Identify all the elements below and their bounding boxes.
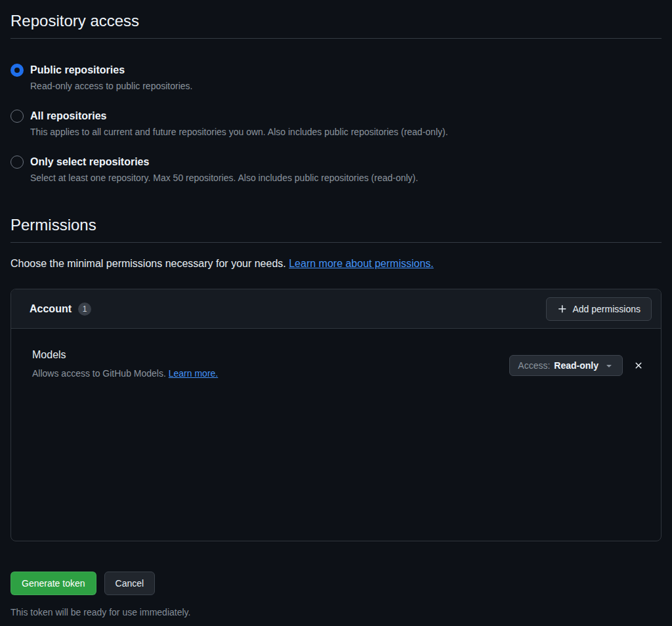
access-label: Access:: [518, 360, 550, 371]
access-level-dropdown[interactable]: Access: Read-only: [509, 355, 623, 376]
radio-description-all-repositories: This applies to all current and future r…: [30, 125, 448, 138]
radio-label-public-repositories[interactable]: Public repositories: [30, 62, 192, 78]
permission-name: Models: [32, 347, 218, 363]
permissions-count-badge: 1: [78, 303, 91, 316]
radio-option-text: Only select repositories Select at least…: [30, 154, 418, 184]
radio-label-only-select-repositories[interactable]: Only select repositories: [30, 154, 418, 170]
account-panel-title: Account: [30, 303, 72, 315]
radio-label-all-repositories[interactable]: All repositories: [30, 108, 448, 124]
permissions-intro: Choose the minimal permissions necessary…: [10, 256, 662, 272]
radio-option-text: All repositories This applies to all cur…: [30, 108, 448, 138]
generate-token-button[interactable]: Generate token: [10, 572, 96, 595]
access-value: Read-only: [554, 360, 598, 371]
radio-option-all-repositories[interactable]: All repositories This applies to all cur…: [10, 108, 662, 138]
add-permissions-label: Add permissions: [573, 304, 641, 314]
triangle-down-icon: [604, 360, 614, 371]
radio-button-all-repositories[interactable]: [10, 110, 24, 123]
fine-grained-token-form: Repository access Public repositories Re…: [0, 10, 672, 619]
permissions-intro-text: Choose the minimal permissions necessary…: [10, 258, 286, 269]
radio-description-only-select-repositories: Select at least one repository. Max 50 r…: [30, 171, 418, 184]
radio-option-text: Public repositories Read-only access to …: [30, 62, 192, 93]
repository-access-options: Public repositories Read-only access to …: [10, 62, 662, 184]
token-ready-note: This token will be ready for use immedia…: [10, 606, 662, 619]
permission-description: Allows access to GitHub Models. Learn mo…: [32, 367, 218, 380]
radio-option-public-repositories[interactable]: Public repositories Read-only access to …: [10, 62, 662, 93]
radio-button-only-select-repositories[interactable]: [10, 156, 24, 169]
account-panel-title-group: Account 1: [30, 303, 91, 316]
radio-description-public-repositories: Read-only access to public repositories.: [30, 79, 192, 93]
permissions-heading: Permissions: [10, 215, 662, 243]
permission-description-text: Allows access to GitHub Models.: [32, 368, 166, 379]
account-permissions-panel: Account 1 Add permissions Models Allows …: [10, 289, 662, 541]
permission-learn-more-link[interactable]: Learn more.: [169, 368, 218, 379]
permission-info: Models Allows access to GitHub Models. L…: [32, 347, 218, 380]
repository-access-heading: Repository access: [10, 10, 662, 39]
form-actions: Generate token Cancel: [10, 572, 662, 595]
account-panel-header: Account 1 Add permissions: [11, 289, 661, 329]
add-permissions-button[interactable]: Add permissions: [546, 297, 652, 321]
permission-row-models: Models Allows access to GitHub Models. L…: [22, 339, 650, 380]
learn-more-permissions-link[interactable]: Learn more about permissions.: [289, 258, 434, 269]
cancel-button[interactable]: Cancel: [104, 572, 156, 595]
remove-permission-button[interactable]: [631, 358, 646, 373]
radio-button-public-repositories[interactable]: [10, 64, 24, 77]
x-icon: [633, 360, 644, 371]
plus-icon: [557, 304, 568, 314]
permission-controls: Access: Read-only: [509, 355, 646, 376]
account-panel-body: Models Allows access to GitHub Models. L…: [11, 329, 661, 390]
radio-option-only-select-repositories[interactable]: Only select repositories Select at least…: [10, 154, 662, 184]
